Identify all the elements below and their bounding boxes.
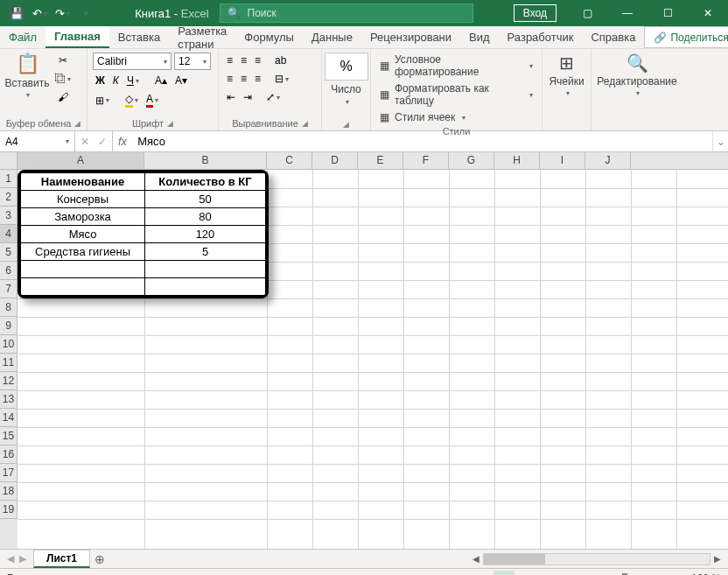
align-top-icon[interactable]: ≡ <box>224 53 235 68</box>
scroll-thumb[interactable] <box>484 554 545 564</box>
borders-button[interactable]: ⊞▾ <box>93 93 112 109</box>
row-header[interactable]: 9 <box>0 317 18 335</box>
column-header[interactable]: C <box>267 152 312 169</box>
format-as-table-button[interactable]: ▦Форматировать как таблицу▾ <box>376 81 536 108</box>
name-box[interactable]: A4▾ <box>0 131 75 151</box>
row-header[interactable]: 19 <box>0 501 18 519</box>
row-header[interactable]: 17 <box>0 464 18 482</box>
cancel-formula-icon[interactable]: ✕ <box>80 136 89 148</box>
copy-icon[interactable]: ⿻▾ <box>52 71 74 87</box>
normal-view-icon[interactable]: ▦ <box>494 571 514 576</box>
row-header[interactable]: 10 <box>0 335 18 354</box>
maximize-icon[interactable]: ☐ <box>648 0 688 26</box>
table-header[interactable]: Наименование <box>21 173 145 191</box>
column-header[interactable]: I <box>540 152 585 169</box>
row-header[interactable]: 5 <box>0 243 18 262</box>
increase-indent-icon[interactable]: ⇥ <box>241 89 255 105</box>
minimize-icon[interactable]: — <box>607 0 648 26</box>
italic-button[interactable]: К <box>110 73 122 88</box>
column-header[interactable]: H <box>494 152 540 169</box>
horizontal-scrollbar[interactable]: ◀ ▶ <box>466 550 728 568</box>
table-cell[interactable]: 120 <box>145 226 266 243</box>
align-middle-icon[interactable]: ≡ <box>238 53 249 68</box>
row-header[interactable]: 2 <box>0 188 18 207</box>
ribbon-display-icon[interactable]: ▢ <box>567 0 607 26</box>
table-cell[interactable]: Заморозка <box>21 208 145 226</box>
align-right-icon[interactable]: ≡ <box>252 71 263 87</box>
align-bottom-icon[interactable]: ≡ <box>252 53 263 68</box>
shrink-font-icon[interactable]: A▾ <box>172 73 190 88</box>
column-header[interactable]: E <box>358 152 403 169</box>
cells-area[interactable]: Наименование Количество в КГ Консервы50 … <box>18 170 728 549</box>
sheet-nav-next-icon[interactable]: ▶ <box>19 553 26 564</box>
bold-button[interactable]: Ж <box>93 73 108 88</box>
column-header[interactable]: G <box>449 152 494 169</box>
fx-icon[interactable]: fx <box>113 131 132 151</box>
tab-insert[interactable]: Вставка <box>109 26 169 48</box>
table-cell[interactable]: Консервы <box>21 191 145 208</box>
save-icon[interactable]: 💾 <box>7 4 26 23</box>
page-layout-view-icon[interactable]: ▤ <box>514 571 536 576</box>
tab-formulas[interactable]: Формулы <box>235 26 303 48</box>
dialog-launcher-icon[interactable]: ◢ <box>167 119 173 128</box>
tab-data[interactable]: Данные <box>303 26 361 48</box>
signin-button[interactable]: Вход <box>514 4 556 22</box>
row-header[interactable]: 7 <box>0 280 18 298</box>
column-header[interactable]: B <box>144 152 267 169</box>
row-header[interactable]: 15 <box>0 427 18 445</box>
table-cell[interactable] <box>145 261 266 278</box>
cell-styles-button[interactable]: ▦Стили ячеек▾ <box>376 110 469 124</box>
scroll-right-icon[interactable]: ▶ <box>710 554 724 564</box>
underline-button[interactable]: Ч▾ <box>124 73 142 88</box>
font-color-button[interactable]: A▾ <box>144 91 161 109</box>
column-header[interactable]: A <box>18 152 144 169</box>
table-cell[interactable]: Мясо <box>21 226 145 243</box>
tab-home[interactable]: Главная <box>46 26 109 48</box>
formula-input[interactable]: Мясо <box>132 131 712 151</box>
format-painter-icon[interactable]: 🖌 <box>52 89 74 105</box>
search-input[interactable]: 🔍 Поиск <box>220 4 473 23</box>
sheet-nav-prev-icon[interactable]: ◀ <box>7 553 14 564</box>
font-name-select[interactable]: Calibri▾ <box>93 53 172 70</box>
cells-button[interactable]: ⊞ Ячейки ▾ <box>545 53 589 97</box>
tab-help[interactable]: Справка <box>582 26 644 48</box>
enter-formula-icon[interactable]: ✓ <box>98 136 107 148</box>
tab-view[interactable]: Вид <box>460 26 499 48</box>
redo-icon[interactable]: ↷▾ <box>52 4 72 23</box>
row-header[interactable]: 13 <box>0 390 18 409</box>
qat-customize-icon[interactable]: ▾ <box>75 4 94 23</box>
align-center-icon[interactable]: ≡ <box>238 71 249 87</box>
row-header[interactable]: 8 <box>0 298 18 317</box>
chevron-down-icon[interactable]: ▾ <box>66 137 69 145</box>
row-header[interactable]: 14 <box>0 409 18 427</box>
expand-formula-icon[interactable]: ⌄ <box>712 131 728 151</box>
row-header[interactable]: 11 <box>0 354 18 372</box>
tab-file[interactable]: Файл <box>0 26 46 48</box>
undo-icon[interactable]: ↶▾ <box>30 4 49 23</box>
orientation-icon[interactable]: ⤢▾ <box>263 89 283 105</box>
table-cell[interactable]: 80 <box>145 208 266 226</box>
select-all-corner[interactable] <box>0 152 18 169</box>
row-header[interactable]: 16 <box>0 445 18 464</box>
table-header[interactable]: Количество в КГ <box>145 173 266 191</box>
table-cell[interactable] <box>145 278 266 296</box>
conditional-formatting-button[interactable]: ▦Условное форматирование▾ <box>376 53 536 79</box>
decrease-indent-icon[interactable]: ⇤ <box>224 89 238 105</box>
page-break-view-icon[interactable]: ▯ <box>536 571 556 576</box>
column-header[interactable]: F <box>403 152 449 169</box>
merge-cells-icon[interactable]: ⊟▾ <box>272 71 291 87</box>
table-cell[interactable] <box>21 278 145 296</box>
tab-developer[interactable]: Разработчик <box>499 26 583 48</box>
wrap-text-icon[interactable]: ab <box>272 53 289 68</box>
tab-page-layout[interactable]: Разметка страни <box>169 26 235 48</box>
row-header[interactable]: 4 <box>0 225 18 243</box>
align-left-icon[interactable]: ≡ <box>224 71 235 87</box>
number-format-button[interactable]: % <box>325 53 368 81</box>
scroll-left-icon[interactable]: ◀ <box>469 554 483 564</box>
editing-button[interactable]: 🔍 Редактирование ▾ <box>598 53 676 97</box>
close-icon[interactable]: ✕ <box>688 0 728 26</box>
row-header[interactable]: 1 <box>0 170 18 188</box>
add-sheet-button[interactable]: ⊕ <box>90 550 109 568</box>
zoom-out-icon[interactable]: − <box>565 572 571 576</box>
row-header[interactable]: 12 <box>0 372 18 390</box>
